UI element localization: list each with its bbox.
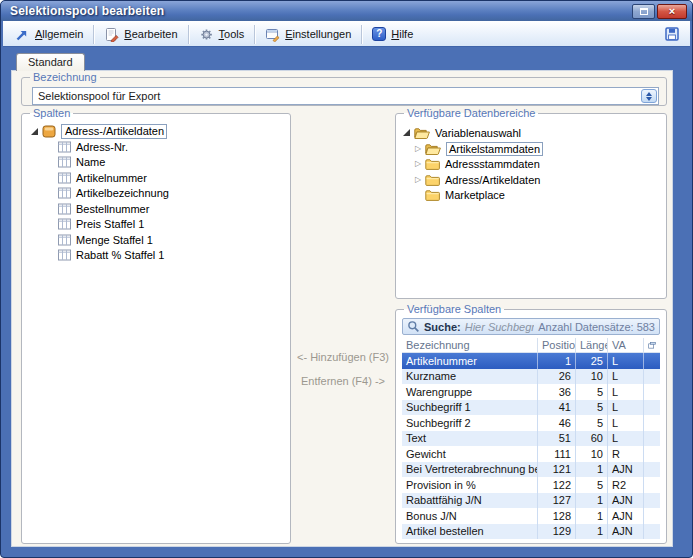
toolbar-item-tools[interactable]: Tools: [190, 23, 254, 45]
toolbar-item-allgemein[interactable]: Allgemein: [6, 23, 92, 45]
expander-expanded-icon[interactable]: [31, 128, 38, 135]
grid-header: Bezeichnung Position Länge VA: [402, 338, 660, 353]
spalten-tree-item[interactable]: Name: [22, 155, 290, 171]
toolbar-item-bearbeiten[interactable]: Bearbeiten: [95, 23, 186, 45]
table-cell: [644, 462, 660, 478]
table-row[interactable]: Artikel bestellen1291AJN: [402, 524, 660, 540]
column-header-laenge[interactable]: Länge: [576, 338, 608, 352]
table-row[interactable]: Artikelnummer125L: [402, 353, 660, 369]
group-bezeichnung-label: Bezeichnung: [30, 71, 100, 84]
table-row[interactable]: Text5160L: [402, 431, 660, 447]
table-row[interactable]: Provision in %1225R2: [402, 477, 660, 493]
window-title: Selektionspool bearbeiten: [10, 4, 164, 18]
remove-button[interactable]: Entfernen (F4) ->: [291, 375, 395, 387]
table-cell: Kurzname: [402, 369, 538, 385]
spalten-tree-item[interactable]: Bestellnummer: [22, 201, 290, 217]
close-button[interactable]: ×: [657, 4, 687, 19]
table-cell: AJN: [608, 508, 644, 524]
search-input[interactable]: Hier Suchbegriff einge: [465, 321, 535, 333]
toolbar-label: Bearbeiten: [124, 28, 177, 40]
table-row[interactable]: Rabattfähig J/N1271AJN: [402, 493, 660, 509]
search-label: Suche:: [424, 321, 461, 333]
table-row[interactable]: Bei Vertreterabrechnung berücksichtige12…: [402, 462, 660, 478]
add-button[interactable]: <- Hinzufügen (F3): [291, 351, 395, 363]
combobox-spinner-button[interactable]: [641, 89, 657, 103]
spalten-tree-item[interactable]: Artikelbezeichnung: [22, 186, 290, 202]
table-cell: Artikelnummer: [402, 353, 538, 369]
table-cell: L: [608, 400, 644, 416]
spalten-tree-item[interactable]: Preis Staffel 1: [22, 217, 290, 233]
search-icon: [407, 320, 420, 333]
spalten-tree-item[interactable]: Menge Staffel 1: [22, 232, 290, 248]
column-chooser-icon[interactable]: [648, 340, 656, 351]
record-count: Anzahl Datensätze: 583: [538, 321, 655, 333]
table-cell: 127: [538, 493, 576, 509]
tree-item-label: Adressstammdaten: [445, 158, 540, 170]
help-icon: ?: [372, 27, 386, 41]
content-panel: Bezeichnung Selektionspool für Export Sp…: [11, 70, 673, 547]
bezeichnung-combobox[interactable]: Selektionspool für Export: [32, 87, 659, 105]
spalten-root-editbox[interactable]: Adress-/Artikeldaten: [61, 124, 167, 139]
maximize-icon: [640, 8, 648, 15]
table-cell: Suchbegriff 1: [402, 400, 538, 416]
table-row[interactable]: Suchbegriff 2465L: [402, 415, 660, 431]
save-button[interactable]: [657, 23, 687, 45]
table-row[interactable]: Suchbegriff 1415L: [402, 400, 660, 416]
table-cell: 121: [538, 462, 576, 478]
toolbar-item-hilfe[interactable]: ? Hilfe: [363, 23, 422, 45]
column-header-va[interactable]: VA: [608, 338, 644, 352]
toolbar-item-einstellungen[interactable]: Einstellungen: [256, 23, 360, 45]
expander-collapsed-icon[interactable]: ▷: [415, 144, 425, 154]
datenbereiche-root-node[interactable]: Variablenauswahl: [396, 114, 666, 141]
expander-expanded-icon[interactable]: [403, 129, 410, 136]
table-cell: Bei Vertreterabrechnung berücksichtige: [402, 462, 538, 478]
table-cell: 60: [576, 431, 608, 447]
table-row[interactable]: Gewicht11110R: [402, 446, 660, 462]
spalten-tree-item[interactable]: Rabatt % Staffel 1: [22, 248, 290, 264]
table-cell: 26: [538, 369, 576, 385]
column-header-position[interactable]: Position: [538, 338, 576, 352]
table-row[interactable]: Warengruppe365L: [402, 384, 660, 400]
table-cell: L: [608, 431, 644, 447]
table-cell: Bonus J/N: [402, 508, 538, 524]
table-cell: [644, 524, 660, 540]
folder-open-icon: [414, 127, 430, 139]
datenbereiche-tree-item[interactable]: ▷Adress/Artikeldaten: [396, 172, 666, 188]
datenbereiche-tree-item[interactable]: ▷Adressstammdaten: [396, 157, 666, 173]
spalten-root-node[interactable]: Adress-/Artikeldaten: [22, 114, 290, 139]
spalten-tree-item[interactable]: Artikelnummer: [22, 170, 290, 186]
table-cell: Rabattfähig J/N: [402, 493, 538, 509]
table-cell: L: [608, 384, 644, 400]
bezeichnung-value: Selektionspool für Export: [38, 90, 641, 102]
spalten-tree-item[interactable]: Adress-Nr.: [22, 139, 290, 155]
tab-standard[interactable]: Standard: [16, 53, 85, 71]
table-cell: [644, 384, 660, 400]
tree-item-label: Menge Staffel 1: [76, 234, 153, 246]
datenbereiche-tree-item[interactable]: Marketplace: [396, 188, 666, 204]
table-row[interactable]: Kurzname2610L: [402, 369, 660, 385]
tree-item-label: Adress-Nr.: [76, 141, 128, 153]
search-bar[interactable]: Suche: Hier Suchbegriff einge Anzahl Dat…: [402, 318, 660, 335]
column-header-bezeichnung[interactable]: Bezeichnung: [402, 338, 538, 352]
tree-item-label: Marketplace: [445, 189, 505, 201]
expander-collapsed-icon[interactable]: ▷: [415, 159, 425, 169]
table-cell: R2: [608, 477, 644, 493]
table-cell: 25: [576, 353, 608, 369]
maximize-button[interactable]: [632, 4, 655, 19]
close-icon: ×: [669, 5, 675, 17]
tree-item-label: Preis Staffel 1: [76, 218, 144, 230]
column-header-extra: [644, 338, 660, 352]
spinner-up-icon: [646, 92, 652, 96]
group-verfuegbare-spalten-label: Verfügbare Spalten: [404, 303, 504, 316]
table-cell: 1: [576, 493, 608, 509]
datenbereiche-tree-item[interactable]: ▷Artikelstammdaten: [396, 141, 666, 157]
table-cell: [644, 400, 660, 416]
arrow-up-right-icon: [15, 27, 30, 42]
dialog-window: Selektionspool bearbeiten × Allgemein: [0, 0, 693, 558]
expander-collapsed-icon[interactable]: ▷: [415, 175, 425, 185]
table-row[interactable]: Bonus J/N1281AJN: [402, 508, 660, 524]
table-cell: [644, 353, 660, 369]
toolbar-separator: [93, 25, 94, 44]
table-columns-icon: [58, 234, 71, 246]
tree-item-label: Adress/Artikeldaten: [445, 174, 540, 186]
